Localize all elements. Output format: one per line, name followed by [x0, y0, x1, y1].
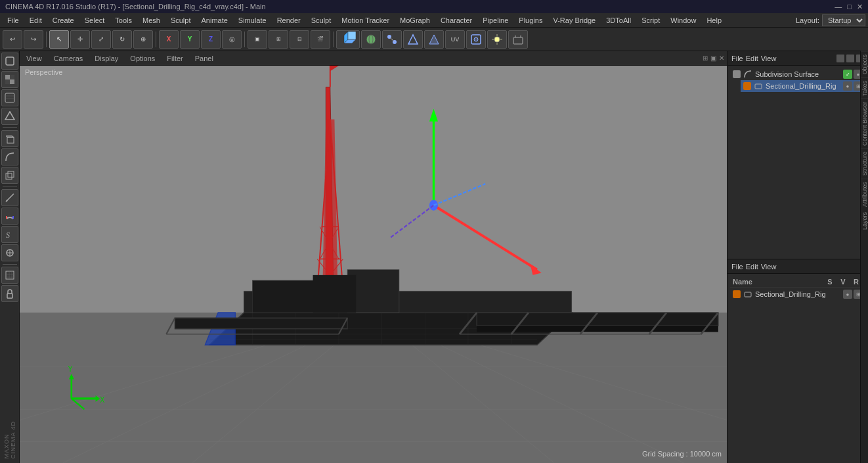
- menu-window[interactable]: Window: [666, 15, 701, 26]
- menu-sculpt[interactable]: Sculpt: [166, 15, 196, 26]
- side-tab-layers[interactable]: Layers: [861, 209, 868, 232]
- lock-btn[interactable]: [1, 285, 18, 302]
- obj-badge-vis[interactable]: ✓: [843, 70, 852, 79]
- menu-mesh[interactable]: Mesh: [138, 15, 165, 26]
- svg-rect-89: [313, 275, 357, 313]
- uvw-btn[interactable]: UV: [445, 30, 465, 49]
- edge-btn[interactable]: [403, 30, 423, 49]
- grid-btn[interactable]: [1, 267, 18, 284]
- attr-obj-row[interactable]: Sectional_Drilling_Rig ● ⊞: [730, 288, 865, 301]
- stamp-btn[interactable]: [1, 244, 18, 261]
- checker-btn[interactable]: [1, 71, 18, 88]
- vp-tab-options[interactable]: Options: [126, 53, 159, 64]
- obj-panel-icon-1[interactable]: [836, 55, 844, 62]
- vp-tab-panel[interactable]: Panel: [191, 53, 217, 64]
- menu-edit[interactable]: Edit: [25, 15, 47, 26]
- light-btn[interactable]: [487, 30, 507, 49]
- vp-icon-1[interactable]: ⊞: [703, 55, 708, 62]
- vp-tab-cameras[interactable]: Cameras: [50, 53, 87, 64]
- svg-rect-24: [10, 75, 14, 79]
- attr-obj-name: Sectional_Drilling_Rig: [755, 290, 840, 298]
- layout-dropdown[interactable]: Startup: [822, 14, 865, 26]
- menu-create[interactable]: Create: [48, 15, 79, 26]
- vp-icon-2[interactable]: ▣: [710, 55, 716, 62]
- display-tag-btn[interactable]: [508, 30, 528, 49]
- svg-rect-33: [6, 173, 12, 179]
- menu-select[interactable]: Select: [80, 15, 110, 26]
- render-region-btn[interactable]: ▣: [248, 30, 267, 49]
- minimize-btn[interactable]: —: [835, 3, 842, 11]
- obj-item-drilling-rig[interactable]: Sectional_Drilling_Rig ● ⊞: [741, 80, 865, 92]
- z-axis-btn[interactable]: Z: [201, 30, 221, 49]
- obj-tab-file[interactable]: File: [731, 55, 743, 62]
- move-tool-btn[interactable]: ✛: [70, 30, 90, 49]
- obj-tab-edit[interactable]: Edit: [746, 55, 758, 62]
- obj-badge-drr-1[interactable]: ●: [843, 81, 852, 91]
- vp-tab-view[interactable]: View: [22, 53, 46, 64]
- menu-simulate[interactable]: Simulate: [234, 15, 271, 26]
- vertex-btn[interactable]: [382, 30, 402, 49]
- x-axis-btn[interactable]: X: [159, 30, 179, 49]
- texture-btn[interactable]: [1, 89, 18, 106]
- menu-plugins[interactable]: Plugins: [514, 15, 547, 26]
- maximize-btn[interactable]: □: [847, 3, 852, 11]
- side-tab-objects[interactable]: Objects: [861, 51, 868, 77]
- menu-pipeline[interactable]: Pipeline: [478, 15, 513, 26]
- menu-file[interactable]: File: [3, 15, 24, 26]
- viewport-icons: ⊞ ▣ ✕: [703, 55, 724, 62]
- obj-item-subdivision[interactable]: Subdivision Surface ✓ ●: [730, 68, 865, 80]
- left-toolbar: S MAX: [0, 51, 20, 463]
- transform-tool-btn[interactable]: ⊕: [133, 30, 153, 49]
- attr-tab-view[interactable]: View: [761, 263, 777, 271]
- obj-mode-btn[interactable]: [1, 53, 18, 70]
- menu-script[interactable]: Script: [637, 15, 664, 26]
- close-btn[interactable]: ✕: [857, 3, 863, 11]
- magnet-btn[interactable]: [1, 208, 18, 225]
- viewport-canvas[interactable]: Perspective: [20, 66, 727, 463]
- render-pic-btn[interactable]: 🎬: [311, 30, 330, 49]
- menu-3dtoall[interactable]: 3DToAll: [601, 15, 636, 26]
- side-tab-structure[interactable]: Structure: [861, 148, 868, 179]
- menu-render[interactable]: Render: [272, 15, 305, 26]
- menu-motion-tracker[interactable]: Motion Tracker: [337, 15, 394, 26]
- vp-tab-filter[interactable]: Filter: [163, 53, 186, 64]
- vp-icon-3[interactable]: ✕: [719, 55, 724, 62]
- menu-tools[interactable]: Tools: [110, 15, 137, 26]
- menu-vray-bridge[interactable]: V-Ray Bridge: [548, 15, 600, 26]
- boolean-btn[interactable]: [1, 167, 18, 184]
- attr-tab-file[interactable]: File: [731, 263, 743, 271]
- side-tab-takes[interactable]: Takes: [861, 77, 868, 99]
- attr-badge-1[interactable]: ●: [843, 290, 852, 299]
- scale-tool-btn[interactable]: ⤢: [91, 30, 111, 49]
- menu-sculpt2[interactable]: Sculpt: [307, 15, 336, 26]
- side-tab-attributes[interactable]: Attributes: [861, 179, 868, 209]
- view-cube-btn[interactable]: [336, 30, 360, 49]
- cursor-tool-btn[interactable]: ↖: [49, 30, 69, 49]
- knife-btn[interactable]: [1, 189, 18, 206]
- polygon-btn[interactable]: [424, 30, 444, 49]
- cube-btn[interactable]: [1, 130, 18, 147]
- obj-panel-icon-2[interactable]: [846, 55, 854, 62]
- svg-text:X: X: [100, 395, 104, 405]
- undo-btn[interactable]: ↩: [3, 30, 22, 49]
- obj-tab-view[interactable]: View: [761, 55, 777, 62]
- attr-tab-edit[interactable]: Edit: [746, 263, 758, 271]
- y-axis-btn[interactable]: Y: [180, 30, 200, 49]
- render-all-btn[interactable]: ⊟: [290, 30, 309, 49]
- subdiv-btn[interactable]: [1, 148, 18, 165]
- left-sep-2: [3, 187, 17, 187]
- rotate-tool-btn[interactable]: ↻: [112, 30, 132, 49]
- world-btn[interactable]: ◎: [222, 30, 242, 49]
- spline-btn[interactable]: S: [1, 226, 18, 243]
- menu-animate[interactable]: Animate: [196, 15, 232, 26]
- material-btn[interactable]: [1, 108, 18, 125]
- menu-mograph[interactable]: MoGraph: [395, 15, 435, 26]
- side-tab-content-browser[interactable]: Content Browser: [861, 99, 868, 148]
- menu-help[interactable]: Help: [702, 15, 726, 26]
- render-sphere-btn[interactable]: [361, 30, 381, 49]
- menu-character[interactable]: Character: [436, 15, 477, 26]
- redo-btn[interactable]: ↪: [24, 30, 43, 49]
- scene-btn[interactable]: [466, 30, 486, 49]
- vp-tab-display[interactable]: Display: [91, 53, 122, 64]
- render-view-btn[interactable]: ⊞: [269, 30, 288, 49]
